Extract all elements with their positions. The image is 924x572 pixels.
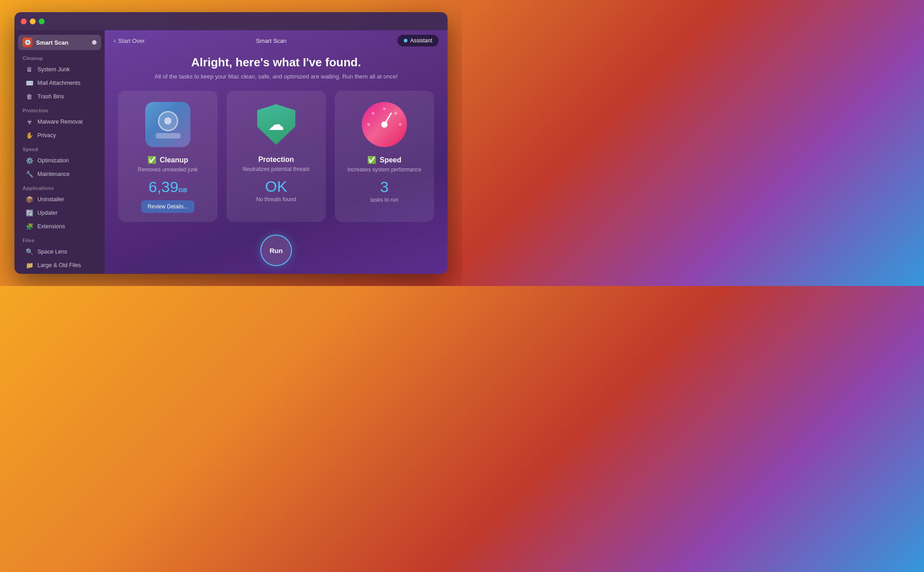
uninstaller-icon: 📦 — [25, 195, 33, 203]
speed-check-icon: ✅ — [367, 156, 376, 164]
traffic-lights — [21, 18, 45, 24]
section-label-applications: Applications — [14, 181, 105, 193]
protection-icon-container: ☁ — [251, 100, 301, 149]
large-files-icon: 📁 — [25, 261, 33, 269]
svg-point-1 — [367, 123, 370, 126]
speed-value: 3 — [380, 178, 389, 196]
main-content: ‹ Start Over Smart Scan Assistant Alrigh… — [105, 30, 448, 274]
main-toolbar: ‹ Start Over Smart Scan Assistant — [105, 30, 448, 51]
mail-icon: ✉️ — [25, 79, 33, 87]
section-label-files: Files — [14, 233, 105, 245]
assistant-dot-icon — [404, 39, 407, 42]
sidebar: 💿 Smart Scan Cleanup 🖥 System Junk ✉️ Ma… — [14, 30, 105, 274]
svg-point-2 — [399, 123, 402, 126]
subheadline: All of the tasks to keep your Mac clean,… — [154, 73, 397, 80]
cleanup-card-subtitle: Removes unneeded junk — [138, 166, 198, 173]
fingerprint-icon: ☁ — [268, 115, 284, 134]
protection-card-title: Protection — [258, 156, 294, 164]
sidebar-item-malware-removal[interactable]: ☣ Malware Removal — [17, 115, 102, 128]
cleanup-card-title: Cleanup — [160, 156, 188, 164]
cleanup-value: 6,39GB — [148, 178, 187, 196]
assistant-button-label: Assistant — [410, 37, 432, 44]
sidebar-optimization-label: Optimization — [37, 157, 69, 164]
back-chevron-icon: ‹ — [114, 37, 116, 44]
close-button[interactable] — [21, 18, 27, 24]
sidebar-item-shredder[interactable]: 🗃 Shredder — [17, 272, 102, 274]
sidebar-updater-label: Updater — [37, 210, 57, 216]
cleanup-unit: GB — [178, 187, 187, 194]
sidebar-item-trash-bins[interactable]: 🗑 Trash Bins — [17, 90, 102, 103]
protection-card-subtitle: Neutralizes potential threats — [243, 166, 310, 172]
run-button[interactable]: Run — [260, 235, 292, 266]
cleanup-disk-icon — [145, 102, 190, 147]
cleanup-check-icon: ✅ — [148, 156, 157, 164]
titlebar — [14, 12, 448, 30]
sidebar-malware-label: Malware Removal — [37, 119, 83, 125]
sidebar-item-updater[interactable]: 🔄 Updater — [17, 207, 102, 219]
section-label-protection: Protection — [14, 103, 105, 115]
protection-card: ☁ Protection Neutralizes potential threa… — [226, 91, 326, 222]
sidebar-maintenance-label: Maintenance — [37, 171, 70, 177]
section-label-speed: Speed — [14, 142, 105, 154]
toolbar-title: Smart Scan — [256, 37, 286, 44]
sidebar-space-lens-label: Space Lens — [37, 249, 67, 255]
svg-point-4 — [394, 112, 397, 115]
main-body: Alright, here's what I've found. All of … — [105, 51, 448, 274]
sidebar-item-smart-scan[interactable]: 💿 Smart Scan — [18, 35, 101, 50]
system-junk-icon: 🖥 — [25, 65, 33, 74]
sidebar-item-large-old-files[interactable]: 📁 Large & Old Files — [17, 259, 102, 272]
privacy-icon: ✋ — [25, 131, 33, 139]
sidebar-item-uninstaller[interactable]: 📦 Uninstaller — [17, 193, 102, 206]
speed-card-title: Speed — [379, 156, 401, 164]
sidebar-item-optimization[interactable]: ⚙️ Optimization — [17, 154, 102, 167]
sidebar-item-maintenance[interactable]: 🔧 Maintenance — [17, 168, 102, 180]
sidebar-item-space-lens[interactable]: 🔍 Space Lens — [17, 245, 102, 258]
headline: Alright, here's what I've found. — [191, 55, 361, 69]
speed-card-desc: tasks to run — [370, 197, 398, 203]
smart-scan-icon: 💿 — [23, 37, 32, 47]
space-lens-icon: 🔍 — [25, 248, 33, 256]
sidebar-system-junk-label: System Junk — [37, 66, 70, 73]
maintenance-icon: 🔧 — [25, 170, 33, 178]
speed-card-subtitle: Increases system performance — [347, 166, 421, 173]
review-details-button[interactable]: Review Details... — [141, 200, 194, 213]
sidebar-uninstaller-label: Uninstaller — [37, 196, 64, 203]
sidebar-privacy-label: Privacy — [37, 132, 56, 138]
speed-gauge-icon — [362, 102, 407, 147]
optimization-icon: ⚙️ — [25, 157, 33, 165]
assistant-button[interactable]: Assistant — [397, 35, 439, 46]
run-button-container: Run — [260, 235, 292, 266]
cleanup-card: ✅ Cleanup Removes unneeded junk 6,39GB R… — [118, 91, 217, 222]
svg-point-0 — [383, 107, 386, 110]
sidebar-item-system-junk[interactable]: 🖥 System Junk — [17, 63, 102, 76]
minimize-button[interactable] — [30, 18, 36, 24]
back-button[interactable]: ‹ Start Over — [114, 37, 145, 44]
trash-icon: 🗑 — [25, 92, 33, 101]
sidebar-item-mail-attachments[interactable]: ✉️ Mail Attachments — [17, 77, 102, 89]
app-body: 💿 Smart Scan Cleanup 🖥 System Junk ✉️ Ma… — [14, 30, 448, 274]
sidebar-extensions-label: Extensions — [37, 223, 65, 230]
protection-card-desc: No threats found — [256, 196, 296, 203]
sidebar-item-privacy[interactable]: ✋ Privacy — [17, 129, 102, 142]
sidebar-large-files-label: Large & Old Files — [37, 262, 81, 268]
maximize-button[interactable] — [39, 18, 45, 24]
sidebar-item-extensions[interactable]: 🧩 Extensions — [17, 220, 102, 233]
cleanup-icon-container — [143, 100, 193, 149]
svg-point-3 — [372, 112, 374, 115]
section-label-cleanup: Cleanup — [14, 51, 105, 63]
sidebar-smart-scan-label: Smart Scan — [36, 39, 69, 46]
sidebar-trash-label: Trash Bins — [37, 93, 64, 100]
app-window: 💿 Smart Scan Cleanup 🖥 System Junk ✉️ Ma… — [14, 12, 448, 274]
speed-title-row: ✅ Speed — [367, 156, 401, 164]
protection-value: OK — [265, 178, 287, 195]
cleanup-title-row: ✅ Cleanup — [148, 156, 188, 164]
malware-icon: ☣ — [25, 118, 33, 126]
updater-icon: 🔄 — [25, 209, 33, 217]
speed-icon-container — [360, 100, 409, 149]
cards-row: ✅ Cleanup Removes unneeded junk 6,39GB R… — [118, 91, 434, 222]
protection-title-row: Protection — [258, 156, 294, 164]
extensions-icon: 🧩 — [25, 222, 33, 231]
sidebar-mail-label: Mail Attachments — [37, 80, 80, 86]
active-dot — [92, 40, 97, 45]
gauge-center — [381, 121, 388, 128]
